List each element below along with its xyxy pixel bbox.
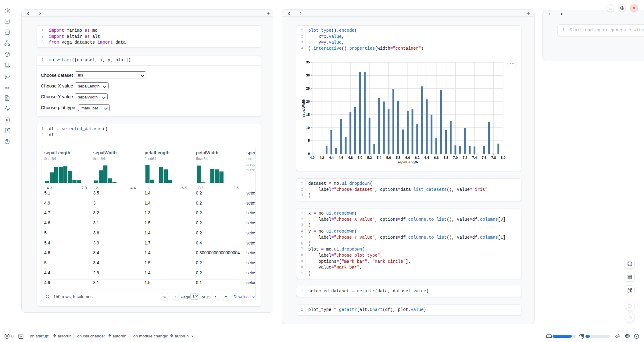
svg-text:4.0: 4.0 [310, 155, 314, 159]
svg-text:7.8: 7.8 [491, 155, 496, 159]
svg-text:5.2: 5.2 [367, 155, 372, 159]
svg-text:5: 5 [308, 139, 310, 142]
svg-text:4.2: 4.2 [320, 155, 324, 159]
svg-text:7.0: 7.0 [453, 155, 458, 159]
svg-text:6.4: 6.4 [424, 155, 429, 159]
svg-text:4.6: 4.6 [338, 155, 343, 159]
svg-text:5.6: 5.6 [386, 155, 391, 159]
svg-text:6.2: 6.2 [415, 155, 420, 159]
svg-text:15: 15 [306, 112, 310, 116]
svg-text:sepalWidth: sepalWidth [302, 98, 305, 117]
svg-text:4.4: 4.4 [329, 155, 334, 159]
svg-text:5.0: 5.0 [358, 155, 362, 159]
svg-text:8.0: 8.0 [501, 155, 505, 159]
svg-text:25: 25 [306, 87, 310, 90]
svg-text:6.8: 6.8 [444, 155, 448, 159]
svg-text:0: 0 [308, 152, 310, 155]
svg-text:7.2: 7.2 [463, 155, 467, 159]
svg-text:35: 35 [306, 60, 310, 64]
svg-text:6.6: 6.6 [434, 155, 438, 159]
svg-text:10: 10 [306, 126, 310, 129]
svg-text:sepalLength: sepalLength [397, 160, 418, 164]
svg-text:7.4: 7.4 [472, 155, 477, 159]
svg-text:6.0: 6.0 [405, 155, 410, 159]
svg-text:20: 20 [306, 99, 310, 103]
svg-text:7.6: 7.6 [482, 155, 486, 159]
svg-text:5.8: 5.8 [396, 155, 400, 159]
svg-text:30: 30 [306, 73, 310, 77]
svg-text:4.8: 4.8 [348, 155, 353, 159]
svg-text:5.4: 5.4 [377, 155, 381, 159]
